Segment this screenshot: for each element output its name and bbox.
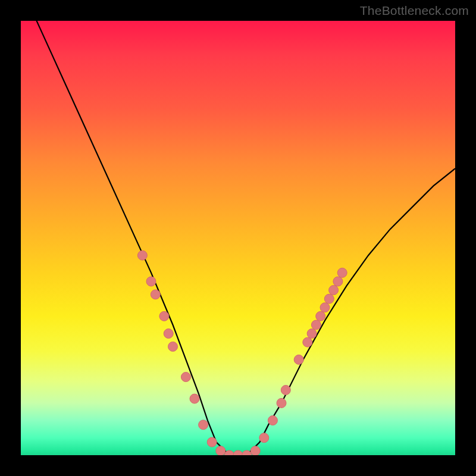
data-point: [277, 398, 286, 408]
data-point: [164, 329, 173, 339]
data-point: [316, 311, 325, 321]
watermark-text: TheBottleneck.com: [360, 4, 469, 18]
data-point: [281, 386, 290, 395]
data-point: [333, 277, 343, 286]
data-point: [307, 329, 317, 339]
data-point: [250, 446, 260, 455]
data-point: [190, 394, 199, 403]
data-point: [329, 286, 339, 295]
data-point: [259, 433, 269, 443]
data-point: [242, 450, 252, 455]
data-point: [268, 416, 277, 425]
data-point: [146, 277, 156, 286]
data-point: [320, 303, 330, 312]
chart-frame: TheBottleneck.com: [0, 0, 476, 476]
data-point: [159, 311, 169, 321]
data-point: [224, 450, 234, 455]
data-point: [181, 372, 190, 382]
data-point: [151, 290, 160, 299]
data-point: [168, 342, 178, 352]
data-point: [294, 355, 303, 364]
data-points-layer: [21, 21, 455, 455]
data-point: [303, 337, 312, 347]
data-point: [199, 420, 208, 430]
data-point: [137, 250, 147, 260]
data-point: [233, 450, 243, 455]
data-point: [337, 268, 347, 277]
data-point: [311, 320, 321, 330]
data-point: [216, 446, 226, 455]
data-point: [207, 437, 217, 447]
chart-plot-area: [21, 21, 455, 455]
data-point: [324, 294, 334, 303]
